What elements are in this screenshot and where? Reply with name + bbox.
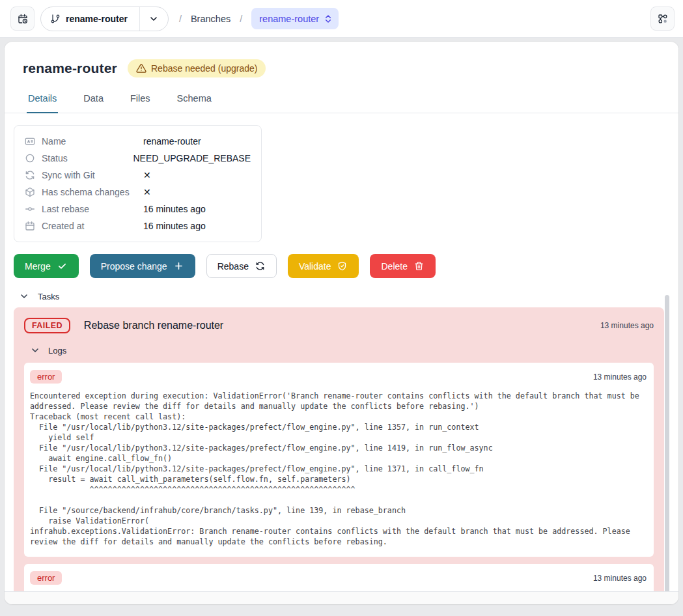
tasks-section-toggle[interactable]: Tasks <box>19 291 678 301</box>
branch-actions: Merge Propose change Rebase Validate Del… <box>14 254 678 278</box>
rebase-needed-badge: Rebase needed (upgrade) <box>128 59 266 77</box>
tab[interactable]: Schema <box>176 93 213 113</box>
tasks-section-label: Tasks <box>38 292 59 301</box>
detail-row: Sync with Git ✕ <box>25 167 251 184</box>
log-timestamp: 13 minutes ago <box>593 372 648 382</box>
calendar-icon <box>25 221 35 231</box>
chevron-down-icon <box>148 14 159 24</box>
id-card-icon <box>25 136 35 147</box>
git-commit-icon <box>25 204 35 214</box>
detail-label: Created at <box>42 221 84 231</box>
tasks-scrollbar[interactable] <box>665 295 669 601</box>
time-travel-button[interactable] <box>10 7 35 31</box>
breadcrumb-branches-link[interactable]: Branches <box>191 14 230 24</box>
chevron-down-icon <box>30 345 40 356</box>
detail-label: Status <box>42 153 68 163</box>
task-timestamp: 13 minutes ago <box>600 321 654 330</box>
log-timestamp: 13 minutes ago <box>593 574 648 583</box>
detail-row: Has schema changes ✕ <box>25 184 251 201</box>
detail-row: Created at 16 minutes ago <box>25 217 251 234</box>
tab[interactable]: Details <box>27 93 58 113</box>
detail-label: Last rebase <box>42 204 89 214</box>
card-footer <box>5 591 678 604</box>
log-entries: error 13 minutes ago Encountered excepti… <box>24 363 654 604</box>
detail-value: NEED_UPGRADE_REBASE <box>133 153 251 163</box>
breadcrumb-separator: / <box>240 14 242 24</box>
package-icon <box>25 187 35 197</box>
tab-bar: Details Data Files Schema <box>27 93 678 113</box>
log-severity-badge: error <box>30 370 62 384</box>
refresh-icon <box>255 261 266 272</box>
warning-triangle-icon <box>136 63 146 74</box>
action-button[interactable]: Merge <box>14 254 79 278</box>
tab[interactable]: Data <box>82 93 105 113</box>
task-card: FAILED Rebase branch rename-router 13 mi… <box>14 307 664 604</box>
detail-value: 16 minutes ago <box>143 204 206 214</box>
branch-detail-card: rename-router Rebase needed (upgrade) De… <box>5 42 678 604</box>
log-message: Encountered exception during execution: … <box>30 391 648 547</box>
action-button[interactable]: Validate <box>288 254 359 278</box>
detail-label: Name <box>42 136 66 147</box>
chevron-down-icon <box>19 291 29 301</box>
detail-row: Last rebase 16 minutes ago <box>25 201 251 217</box>
detail-value: rename-router <box>143 136 201 147</box>
detail-label: Sync with Git <box>42 170 95 180</box>
plus-icon <box>174 261 184 272</box>
workflow-icon <box>658 14 668 24</box>
action-button[interactable]: Delete <box>370 254 435 278</box>
logs-label: Logs <box>48 346 66 356</box>
page-title: rename-router <box>23 61 117 76</box>
task-title: Rebase branch rename-router <box>84 320 223 331</box>
log-severity-badge: error <box>30 571 62 585</box>
breadcrumb: / Branches / rename-router <box>179 8 339 29</box>
top-bar: rename-router / Branches / rename-router <box>0 0 683 38</box>
breadcrumb-current-label: rename-router <box>259 14 319 24</box>
branch-details-panel: Name rename-router Status NEED_UPGRADE_R… <box>14 125 262 242</box>
circle-icon <box>25 153 35 163</box>
detail-value: 16 minutes ago <box>143 221 206 231</box>
refresh-icon <box>25 170 35 180</box>
git-branch-icon <box>50 14 61 24</box>
detail-label: Has schema changes <box>42 187 130 197</box>
branch-selector[interactable]: rename-router <box>40 7 169 31</box>
chevrons-up-down-icon <box>323 14 333 24</box>
action-button[interactable]: Rebase <box>206 254 277 278</box>
task-status-badge: FAILED <box>24 318 70 333</box>
log-entry: error 13 minutes ago Encountered excepti… <box>24 363 654 557</box>
rebase-needed-label: Rebase needed (upgrade) <box>151 63 257 74</box>
branch-selector-caret[interactable] <box>139 7 168 31</box>
breadcrumb-current-selector[interactable]: rename-router <box>251 8 339 29</box>
detail-row: Status NEED_UPGRADE_REBASE <box>25 150 251 167</box>
detail-row: Name rename-router <box>25 133 251 150</box>
breadcrumb-separator: / <box>179 14 182 24</box>
detail-value: ✕ <box>143 170 151 180</box>
detail-value: ✕ <box>143 187 151 197</box>
action-button[interactable]: Propose change <box>90 254 195 278</box>
branch-selector-value[interactable]: rename-router <box>41 14 139 24</box>
trash-icon <box>414 261 425 272</box>
logs-toggle[interactable]: Logs <box>30 345 654 356</box>
check-icon <box>57 261 68 272</box>
branch-name: rename-router <box>66 14 128 24</box>
tab[interactable]: Files <box>129 93 152 113</box>
calendar-clock-icon <box>18 14 28 24</box>
shield-check-icon <box>337 261 348 272</box>
apps-menu-button[interactable] <box>650 7 675 31</box>
